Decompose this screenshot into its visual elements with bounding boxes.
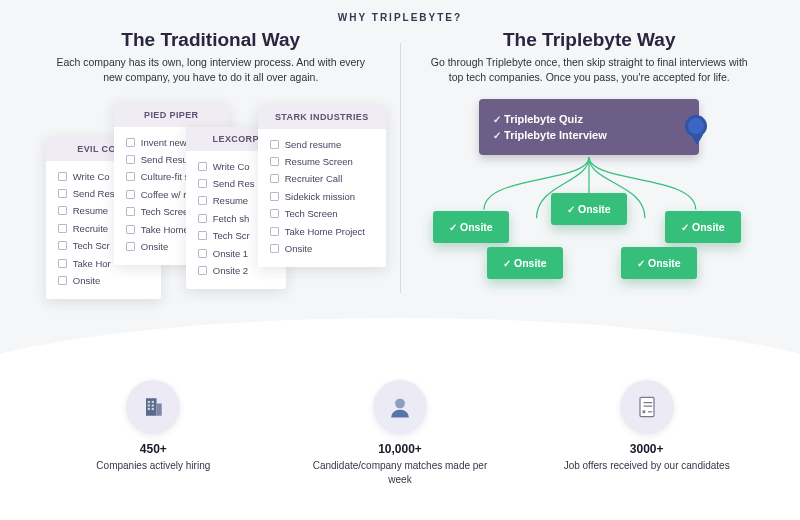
building-icon <box>126 380 180 434</box>
company-name: PIED PIPER <box>114 103 229 127</box>
step: Send resume <box>270 135 374 152</box>
svg-rect-2 <box>148 401 150 403</box>
stat-value: 10,000+ <box>300 442 500 456</box>
triplebyte-step: Triplebyte Quiz <box>493 111 685 127</box>
triplebyte-step: Triplebyte Interview <box>493 127 685 143</box>
onsite-chip: Onsite <box>665 211 740 243</box>
document-icon <box>620 380 674 434</box>
svg-rect-3 <box>152 401 154 403</box>
triplebyte-column: The Triplebyte Way Go through Triplebyte… <box>401 29 779 329</box>
triplebyte-funnel: Triplebyte Quiz Triplebyte Interview Ons… <box>429 99 749 329</box>
step: Onsite <box>270 240 374 257</box>
step: Resume Screen <box>270 153 374 170</box>
svg-rect-6 <box>148 408 150 410</box>
step: Take Home Project <box>270 222 374 239</box>
company-card: STARK INDUSTRIES Send resume Resume Scre… <box>258 105 386 267</box>
traditional-column: The Traditional Way Each company has its… <box>22 29 400 329</box>
traditional-subtitle: Each company has its own, long interview… <box>51 55 371 85</box>
svg-point-9 <box>395 399 405 409</box>
company-name: STARK INDUSTRIES <box>258 105 386 129</box>
stat-label: Candidate/company matches made per week <box>300 459 500 486</box>
onsite-chip: Onsite <box>487 247 562 279</box>
step: Tech Screen <box>270 205 374 222</box>
badge-icon <box>685 115 707 137</box>
svg-rect-10 <box>640 397 654 416</box>
stat-offers: 3000+ Job offers received by our candida… <box>547 380 747 486</box>
section-heading: WHY TRIPLEBYTE? <box>0 0 800 23</box>
svg-rect-7 <box>152 408 154 410</box>
svg-rect-5 <box>152 404 154 406</box>
step: Recruiter Call <box>270 170 374 187</box>
stat-value: 3000+ <box>547 442 747 456</box>
onsite-chip: Onsite <box>433 211 508 243</box>
triplebyte-steps-card: Triplebyte Quiz Triplebyte Interview <box>479 99 699 155</box>
onsite-chip: Onsite <box>621 247 696 279</box>
stat-matches: 10,000+ Candidate/company matches made p… <box>300 380 500 486</box>
stat-label: Companies actively hiring <box>53 459 253 473</box>
stat-label: Job offers received by our candidates <box>547 459 747 473</box>
svg-rect-4 <box>148 404 150 406</box>
traditional-title: The Traditional Way <box>36 29 386 51</box>
step: Onsite <box>58 272 149 289</box>
svg-rect-1 <box>157 404 162 416</box>
triplebyte-title: The Triplebyte Way <box>415 29 765 51</box>
stat-companies: 450+ Companies actively hiring <box>53 380 253 486</box>
triplebyte-subtitle: Go through Triplebyte once, then skip st… <box>429 55 749 85</box>
stat-value: 450+ <box>53 442 253 456</box>
step: Sidekick mission <box>270 188 374 205</box>
svg-rect-0 <box>146 398 157 416</box>
company-card-stack: EVIL CORP Write Co Send Res Resume Recru… <box>46 99 376 329</box>
person-icon <box>373 380 427 434</box>
stats-row: 450+ Companies actively hiring 10,000+ C… <box>0 380 800 486</box>
onsite-chip: Onsite <box>551 193 626 225</box>
comparison-columns: The Traditional Way Each company has its… <box>0 23 800 329</box>
